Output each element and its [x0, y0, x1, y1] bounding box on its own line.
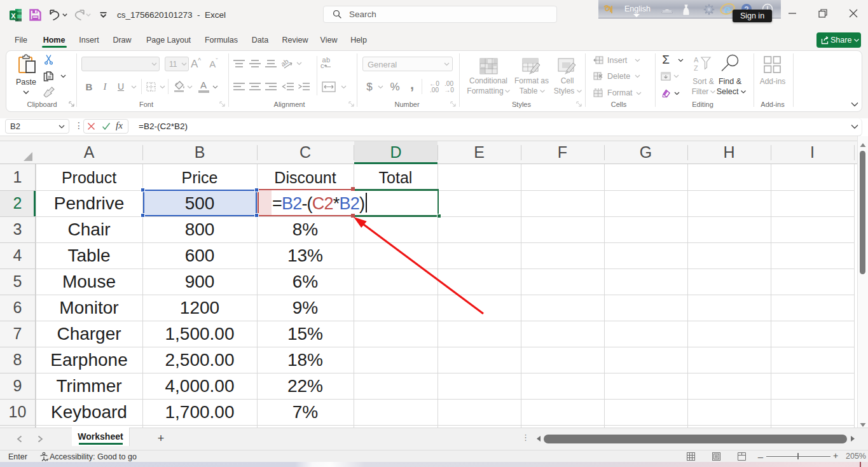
- svg-text:A: A: [694, 56, 699, 64]
- svg-text:ab: ab: [282, 59, 290, 68]
- svg-text:Z: Z: [694, 64, 698, 72]
- svg-text:c: c: [320, 62, 324, 69]
- svg-text:X: X: [11, 12, 16, 20]
